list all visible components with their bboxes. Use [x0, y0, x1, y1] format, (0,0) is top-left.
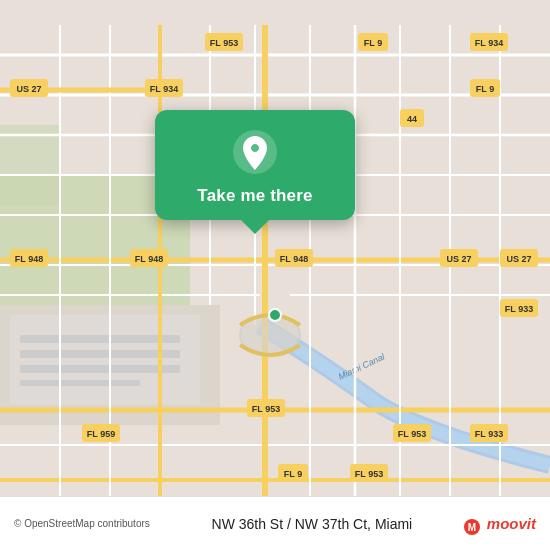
svg-text:FL 959: FL 959 [87, 429, 115, 439]
svg-point-75 [269, 309, 281, 321]
location-text: NW 36th St / NW 37th Ct, Miami [163, 516, 461, 532]
svg-rect-4 [10, 315, 200, 405]
map-background: Miami Canal [0, 0, 550, 550]
map-container: Miami Canal [0, 0, 550, 550]
svg-text:US 27: US 27 [446, 254, 471, 264]
svg-text:FL 9: FL 9 [364, 38, 382, 48]
bottom-bar: © OpenStreetMap contributors NW 36th St … [0, 496, 550, 550]
svg-text:FL 933: FL 933 [475, 429, 503, 439]
svg-text:44: 44 [407, 114, 417, 124]
svg-text:M: M [468, 522, 476, 533]
svg-text:FL 953: FL 953 [355, 469, 383, 479]
svg-rect-2 [0, 125, 60, 205]
popup-card[interactable]: Take me there [155, 110, 355, 220]
svg-text:FL 948: FL 948 [15, 254, 43, 264]
svg-text:FL 934: FL 934 [150, 84, 178, 94]
svg-text:FL 934: FL 934 [475, 38, 503, 48]
svg-text:FL 9: FL 9 [284, 469, 302, 479]
moovit-logo[interactable]: M moovit [461, 513, 536, 535]
svg-text:FL 953: FL 953 [210, 38, 238, 48]
svg-text:US 27: US 27 [506, 254, 531, 264]
svg-text:FL 953: FL 953 [398, 429, 426, 439]
svg-rect-6 [20, 350, 180, 358]
svg-rect-5 [20, 335, 180, 343]
svg-text:FL 933: FL 933 [505, 304, 533, 314]
svg-text:FL 953: FL 953 [252, 404, 280, 414]
moovit-brand-icon: M [461, 513, 483, 535]
moovit-name: moovit [487, 515, 536, 532]
copyright-text: © OpenStreetMap contributors [14, 518, 163, 529]
location-pin-icon [231, 128, 279, 176]
popup-label: Take me there [197, 186, 312, 206]
svg-text:US 27: US 27 [16, 84, 41, 94]
svg-text:FL 9: FL 9 [476, 84, 494, 94]
svg-text:FL 948: FL 948 [280, 254, 308, 264]
svg-rect-8 [20, 380, 140, 386]
svg-rect-7 [20, 365, 180, 373]
svg-text:FL 948: FL 948 [135, 254, 163, 264]
